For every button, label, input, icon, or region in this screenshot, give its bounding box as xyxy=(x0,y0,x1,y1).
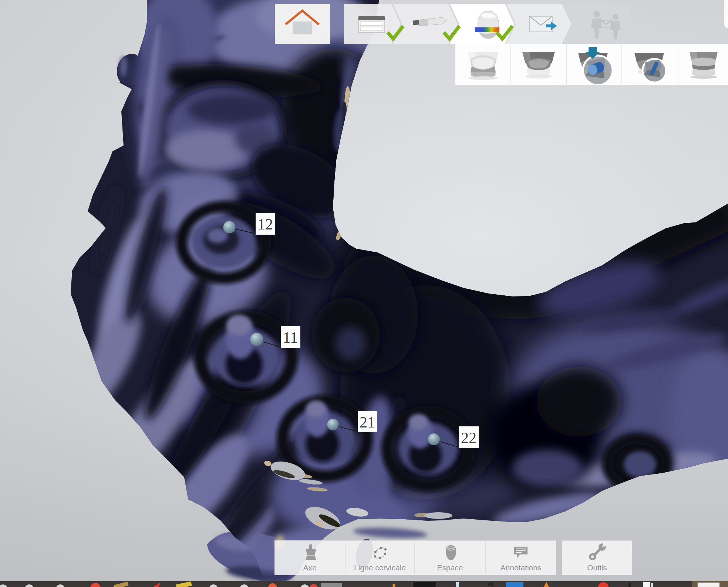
svg-text:12: 12 xyxy=(257,216,273,233)
svg-text:21: 21 xyxy=(360,414,375,431)
svg-text:11: 11 xyxy=(283,329,298,346)
svg-text:22: 22 xyxy=(461,429,476,446)
